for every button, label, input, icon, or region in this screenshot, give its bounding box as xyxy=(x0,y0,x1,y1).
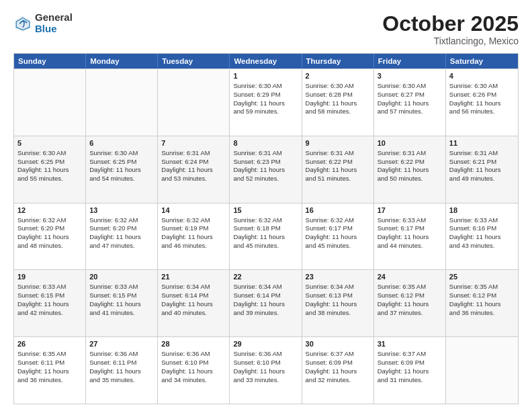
day-number: 13 xyxy=(89,205,154,216)
logo-text: General Blue xyxy=(35,12,73,34)
day-info-line: Sunset: 6:18 PM xyxy=(233,224,298,233)
day-number: 2 xyxy=(306,71,370,81)
empty-cell xyxy=(14,69,86,136)
weekday-header-friday: Friday xyxy=(374,54,446,68)
day-info-line: Sunset: 6:11 PM xyxy=(89,359,154,367)
day-cell-5: 5Sunrise: 6:30 AMSunset: 6:25 PMDaylight… xyxy=(14,136,86,203)
day-info-line: Daylight: 11 hours xyxy=(306,367,370,376)
day-number: 14 xyxy=(161,205,226,216)
day-info-line: Sunset: 6:20 PM xyxy=(89,224,154,233)
day-info-line: and 36 minutes. xyxy=(449,309,515,318)
day-cell-27: 27Sunrise: 6:36 AMSunset: 6:11 PMDayligh… xyxy=(86,337,158,404)
month-title: October 2025 xyxy=(382,12,519,36)
day-info-line: Daylight: 11 hours xyxy=(161,367,226,376)
day-info-line: Daylight: 11 hours xyxy=(161,233,226,242)
day-cell-19: 19Sunrise: 6:33 AMSunset: 6:15 PMDayligh… xyxy=(14,270,86,336)
day-info-line: Daylight: 11 hours xyxy=(17,300,82,309)
day-number: 9 xyxy=(306,138,370,148)
day-info-line: and 32 minutes. xyxy=(306,376,370,385)
day-cell-20: 20Sunrise: 6:33 AMSunset: 6:15 PMDayligh… xyxy=(86,270,158,336)
day-info-line: Sunset: 6:14 PM xyxy=(161,291,226,300)
page: General Blue October 2025 Tixtlancingo, … xyxy=(0,0,532,411)
day-info-line: and 47 minutes. xyxy=(89,242,154,250)
day-info-line: Daylight: 11 hours xyxy=(17,367,82,376)
day-cell-1: 1Sunrise: 6:30 AMSunset: 6:29 PMDaylight… xyxy=(230,69,302,136)
day-info-line: Sunset: 6:29 PM xyxy=(233,91,298,99)
day-number: 31 xyxy=(378,339,442,349)
day-info-line: and 46 minutes. xyxy=(161,242,226,250)
day-info-line: Sunrise: 6:31 AM xyxy=(449,149,515,158)
day-info-line: Sunset: 6:21 PM xyxy=(449,158,515,167)
day-cell-28: 28Sunrise: 6:36 AMSunset: 6:10 PMDayligh… xyxy=(158,337,230,404)
day-info-line: and 56 minutes. xyxy=(449,107,515,116)
day-info-line: Sunrise: 6:31 AM xyxy=(233,149,298,158)
day-number: 11 xyxy=(449,138,515,148)
day-info-line: Sunset: 6:26 PM xyxy=(449,91,515,99)
calendar-body: 1Sunrise: 6:30 AMSunset: 6:29 PMDaylight… xyxy=(14,68,518,404)
day-number: 7 xyxy=(161,138,226,148)
day-cell-24: 24Sunrise: 6:35 AMSunset: 6:12 PMDayligh… xyxy=(374,270,446,336)
logo-general-text: General xyxy=(35,12,73,24)
day-info-line: Sunrise: 6:31 AM xyxy=(306,149,370,158)
day-cell-15: 15Sunrise: 6:32 AMSunset: 6:18 PMDayligh… xyxy=(230,203,302,270)
day-cell-8: 8Sunrise: 6:31 AMSunset: 6:23 PMDaylight… xyxy=(230,136,302,203)
day-number: 30 xyxy=(306,339,370,349)
day-cell-31: 31Sunrise: 6:37 AMSunset: 6:09 PMDayligh… xyxy=(374,337,446,404)
day-info-line: and 49 minutes. xyxy=(449,175,515,183)
day-info-line: Sunrise: 6:30 AM xyxy=(378,82,442,91)
day-info-line: Sunrise: 6:34 AM xyxy=(306,283,370,291)
day-info-line: Daylight: 11 hours xyxy=(17,233,82,242)
day-info-line: Daylight: 11 hours xyxy=(161,300,226,309)
day-info-line: Sunset: 6:27 PM xyxy=(378,91,442,99)
day-info-line: Sunset: 6:12 PM xyxy=(449,291,515,300)
day-info-line: and 48 minutes. xyxy=(17,242,82,250)
day-info-line: Sunset: 6:22 PM xyxy=(306,158,370,167)
day-cell-14: 14Sunrise: 6:32 AMSunset: 6:19 PMDayligh… xyxy=(158,203,230,270)
day-info-line: Sunrise: 6:35 AM xyxy=(378,283,442,291)
day-number: 24 xyxy=(378,272,442,282)
day-number: 3 xyxy=(378,71,442,81)
calendar-row-2: 5Sunrise: 6:30 AMSunset: 6:25 PMDaylight… xyxy=(14,136,518,203)
day-info-line: and 41 minutes. xyxy=(89,309,154,318)
day-info-line: Sunrise: 6:32 AM xyxy=(17,216,82,225)
day-info-line: Daylight: 11 hours xyxy=(233,300,298,309)
day-info-line: and 40 minutes. xyxy=(161,309,226,318)
day-info-line: Sunrise: 6:30 AM xyxy=(306,82,370,91)
calendar-header: SundayMondayTuesdayWednesdayThursdayFrid… xyxy=(14,54,518,68)
day-info-line: Daylight: 11 hours xyxy=(449,233,515,242)
day-info-line: Sunset: 6:09 PM xyxy=(306,359,370,367)
day-number: 8 xyxy=(233,138,298,148)
day-cell-22: 22Sunrise: 6:34 AMSunset: 6:14 PMDayligh… xyxy=(230,270,302,336)
day-info-line: Sunrise: 6:31 AM xyxy=(378,149,442,158)
day-cell-13: 13Sunrise: 6:32 AMSunset: 6:20 PMDayligh… xyxy=(86,203,158,270)
day-info-line: Sunrise: 6:32 AM xyxy=(161,216,226,225)
weekday-header-saturday: Saturday xyxy=(446,54,518,68)
day-info-line: Daylight: 11 hours xyxy=(89,233,154,242)
day-number: 23 xyxy=(306,272,370,282)
day-info-line: Daylight: 11 hours xyxy=(233,99,298,108)
day-info-line: Sunrise: 6:30 AM xyxy=(89,149,154,158)
day-info-line: Daylight: 11 hours xyxy=(233,367,298,376)
day-info-line: Daylight: 11 hours xyxy=(449,300,515,309)
weekday-header-wednesday: Wednesday xyxy=(230,54,302,68)
day-info-line: Daylight: 11 hours xyxy=(17,166,82,175)
day-info-line: Daylight: 11 hours xyxy=(378,233,442,242)
day-number: 4 xyxy=(449,71,515,81)
day-info-line: Sunrise: 6:33 AM xyxy=(378,216,442,225)
day-info-line: Daylight: 11 hours xyxy=(89,367,154,376)
day-info-line: Daylight: 11 hours xyxy=(306,166,370,175)
calendar: SundayMondayTuesdayWednesdayThursdayFrid… xyxy=(13,53,519,404)
day-info-line: Sunset: 6:25 PM xyxy=(89,158,154,167)
day-info-line: Sunrise: 6:30 AM xyxy=(449,82,515,91)
logo-blue-text: Blue xyxy=(35,24,73,35)
day-cell-4: 4Sunrise: 6:30 AMSunset: 6:26 PMDaylight… xyxy=(446,69,518,136)
day-info-line: and 50 minutes. xyxy=(378,175,442,183)
day-info-line: Daylight: 11 hours xyxy=(233,166,298,175)
day-cell-3: 3Sunrise: 6:30 AMSunset: 6:27 PMDaylight… xyxy=(374,69,446,136)
day-number: 26 xyxy=(17,339,82,349)
day-cell-12: 12Sunrise: 6:32 AMSunset: 6:20 PMDayligh… xyxy=(14,203,86,270)
day-info-line: Sunrise: 6:36 AM xyxy=(89,350,154,359)
day-info-line: Sunset: 6:28 PM xyxy=(306,91,370,99)
day-info-line: Sunrise: 6:35 AM xyxy=(17,350,82,359)
day-info-line: and 34 minutes. xyxy=(161,376,226,385)
